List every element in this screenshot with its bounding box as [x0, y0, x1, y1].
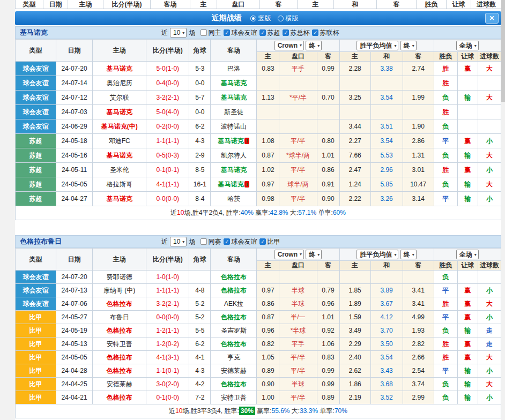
column-header: 盘口	[217, 0, 260, 9]
checkbox-icon[interactable]: ✓	[259, 29, 266, 36]
ah-home-odds: 1.00	[257, 391, 279, 404]
odds-time-select[interactable]: 终▾	[306, 250, 322, 259]
col-type: 类型	[16, 249, 56, 271]
odds-time-select[interactable]: 终▾	[400, 41, 417, 50]
filter-同赛[interactable]: 同赛	[200, 237, 221, 246]
column-header: 主场	[68, 0, 103, 9]
ah-line: 平/半	[279, 134, 317, 148]
filter-同主[interactable]: 同主	[200, 28, 221, 38]
match-result: 胜	[434, 338, 457, 351]
handicap-result: 输	[457, 324, 478, 338]
eu-home-odds: 2.27	[339, 134, 370, 148]
bookmaker-select[interactable]: Crown▾	[274, 250, 304, 259]
column-header: 主	[298, 0, 334, 9]
match-date: 24-07-20	[56, 62, 93, 76]
ah-line: 半球	[279, 378, 317, 391]
match-result: 负	[434, 148, 457, 163]
away-team: 新圣徒	[211, 105, 257, 119]
goals-result: 大	[478, 62, 501, 76]
odds-time-select[interactable]: 终▾	[400, 250, 417, 259]
away-team: 基马诺克	[211, 76, 257, 91]
filter-label: 苏联杯	[320, 28, 339, 38]
handicap-result: 赢	[457, 284, 478, 297]
filter-比甲[interactable]: ✓比甲	[259, 237, 280, 246]
goals-result: 大	[478, 148, 501, 163]
match-result: 胜	[434, 163, 457, 177]
ah-away-odds: 0.89	[317, 391, 339, 404]
odds-time-select[interactable]: 终▾	[306, 41, 322, 50]
filter-label: 球会友谊	[231, 237, 257, 246]
score: 1-1(1-1)	[146, 284, 189, 297]
home-team: 基马诺克	[93, 148, 146, 163]
score: 3-2(2-1)	[146, 297, 189, 311]
checkbox-icon[interactable]	[200, 238, 207, 245]
red-card-icon: !	[244, 138, 249, 144]
summary-part: 大:	[288, 209, 299, 216]
team-name: 色格拉布鲁日	[20, 237, 62, 246]
home-team: 圣米伦	[93, 163, 146, 177]
recent-count-select[interactable]: 10 ▾	[170, 237, 187, 246]
recent-count-select[interactable]: 10 ▾	[170, 28, 187, 38]
away-team: 色格拉布	[211, 271, 257, 284]
eu-away-odds: 3.41	[403, 297, 434, 311]
score: 5-0(4-0)	[146, 105, 189, 119]
corners: 4-2	[189, 378, 211, 391]
section-gap	[15, 220, 501, 235]
eu-home-odds: 1.89	[339, 297, 370, 311]
filter-苏联杯[interactable]: ✓苏联杯	[312, 28, 339, 38]
home-team: 基马诺克	[93, 192, 146, 206]
summary-part: 场,胜3平3负4, 胜率:	[182, 407, 239, 415]
scope-select[interactable]: 全场▾	[456, 250, 479, 259]
score: 1-2(1-1)	[146, 324, 189, 338]
filter-苏超[interactable]: ✓苏超	[259, 28, 280, 38]
eu-away-odds: 1.99	[403, 91, 434, 105]
filter-label: 同主	[208, 28, 221, 38]
select-value: 终	[309, 41, 315, 50]
europe-odds-select[interactable]: 胜平负均值▾	[357, 41, 398, 50]
select-value: 10	[173, 29, 180, 36]
away-team: 色格拉布	[211, 338, 257, 351]
filter-球会友谊[interactable]: ✓球会友谊	[224, 237, 257, 246]
summary-part: 10	[177, 209, 184, 216]
filter-group: 同主✓球会友谊✓苏超✓苏总杯✓苏联杯	[200, 28, 339, 38]
europe-odds-select[interactable]: 胜平负均值▾	[357, 250, 398, 259]
match-result: 负	[434, 324, 457, 338]
filter-苏总杯[interactable]: ✓苏总杯	[283, 28, 309, 38]
checkbox-icon[interactable]: ✓	[224, 29, 230, 36]
popup-title: 近期战绩	[212, 13, 242, 23]
corners: 0-0	[189, 76, 211, 91]
select-value: 全场	[459, 41, 472, 50]
checkbox-icon[interactable]: ✓	[259, 238, 266, 245]
ah-line	[279, 119, 317, 134]
bookmaker-select[interactable]: Crown▾	[274, 41, 304, 50]
league-badge: 球会友谊	[16, 105, 56, 119]
summary-part: 70%	[335, 407, 347, 415]
checkbox-icon[interactable]	[200, 29, 207, 36]
match-result: 负	[434, 271, 457, 284]
eu-away-odds	[403, 271, 434, 284]
chevron-down-icon: ▾	[300, 252, 302, 257]
summary-part: 10	[175, 407, 182, 415]
match-row: 苏超24-05-05格拉斯哥4-1(1-1)16-1基马诺克!0.97球半/两0…	[16, 177, 501, 192]
handicap-result	[457, 271, 478, 284]
filter-球会友谊[interactable]: ✓球会友谊	[224, 28, 257, 38]
col-handicap-result: 让球	[457, 261, 478, 271]
checkbox-icon[interactable]: ✓	[283, 29, 289, 36]
radio-unselected-icon[interactable]	[278, 16, 284, 21]
layout-radio-vertical[interactable]: 竖版	[250, 14, 271, 23]
eu-draw-odds	[370, 105, 403, 119]
checkbox-icon[interactable]: ✓	[312, 29, 318, 36]
chevron-down-icon: ▾	[394, 43, 396, 48]
scrollbar[interactable]	[501, 0, 505, 420]
league-badge: 比甲	[16, 311, 56, 324]
close-button[interactable]: ✕	[485, 13, 499, 24]
checkbox-icon[interactable]: ✓	[224, 238, 230, 245]
scope-select[interactable]: 全场▾	[456, 41, 479, 50]
home-team: 基马诺克	[93, 105, 146, 119]
radio-selected-icon[interactable]	[250, 16, 256, 21]
match-date: 24-05-11	[56, 163, 93, 177]
layout-radio-horizontal[interactable]: 横版	[278, 14, 299, 23]
eu-home-odds: 2.28	[339, 62, 370, 76]
scrollbar-thumb[interactable]	[501, 0, 505, 102]
chevron-down-icon: ▾	[300, 43, 302, 48]
